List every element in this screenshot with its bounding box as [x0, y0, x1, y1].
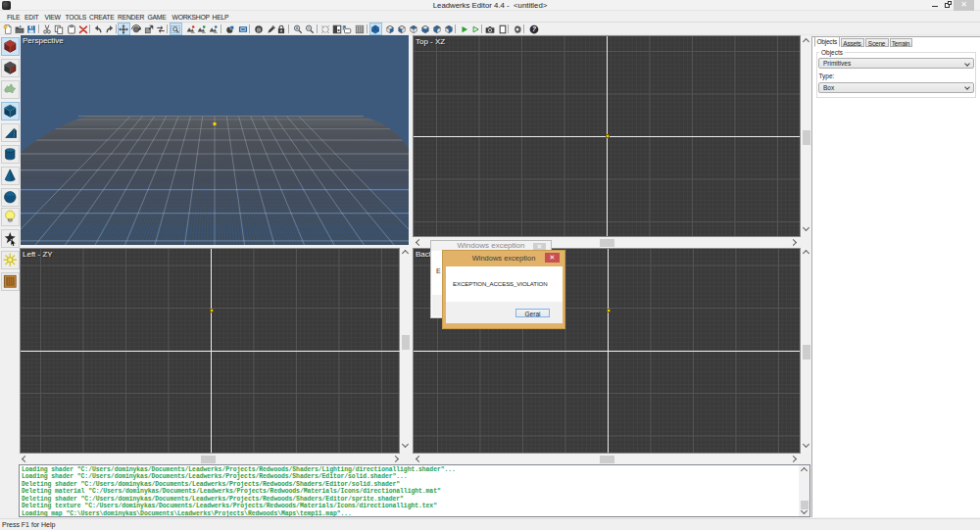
- svg-text:?: ?: [532, 25, 536, 32]
